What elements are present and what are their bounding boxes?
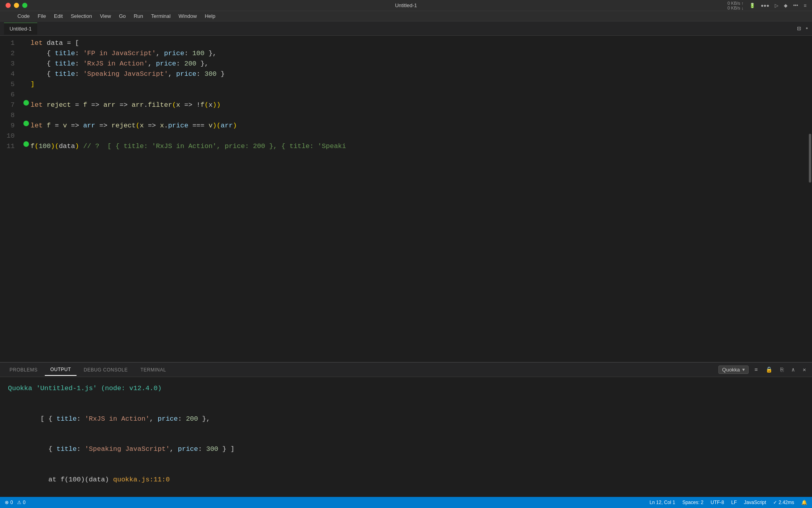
output-line-5: at f(100)(data) quokka.js:11:0 — [8, 464, 804, 495]
error-icon: ⊗ — [5, 500, 9, 505]
status-left: ⊗ 0 ⚠ 0 — [5, 500, 25, 505]
error-count: 0 — [10, 500, 13, 505]
tab-bar: Untitled-1 ⊡ ● — [0, 21, 812, 36]
code-line-2: 2 { title: 'FP in JavaScript', price: 10… — [0, 48, 812, 59]
line-num-7: 7 — [0, 100, 22, 110]
tab-untitled-1[interactable]: Untitled-1 — [4, 23, 37, 35]
language-mode[interactable]: JavaScript — [744, 500, 766, 505]
tab-output[interactable]: OUTPUT — [45, 364, 77, 376]
line-indicator-11 — [22, 141, 31, 147]
chevron-down-icon: ▼ — [742, 368, 745, 372]
quokka-dot-7 — [23, 100, 29, 106]
quokka-dot-9 — [23, 121, 29, 126]
scrollbar-thumb[interactable] — [809, 134, 811, 183]
line-ending[interactable]: LF — [731, 500, 737, 505]
clear-output-icon[interactable]: ≡ — [753, 366, 760, 374]
split-editor-icon[interactable]: ⊡ — [797, 25, 801, 33]
window-title: Untitled-1 — [395, 2, 417, 8]
code-line-9: 9 let f = v => arr => reject(x => x.pric… — [0, 121, 812, 131]
line-content-3: { title: 'RxJS in Action', price: 200 }, — [31, 59, 812, 69]
line-num-11: 11 — [0, 141, 22, 152]
menu-edit[interactable]: Edit — [51, 12, 66, 20]
code-line-1: 1 let data = [ — [0, 38, 812, 48]
menu-run[interactable]: Run — [130, 12, 146, 20]
menu-go[interactable]: Go — [116, 12, 129, 20]
menu-file[interactable]: File — [34, 12, 49, 20]
code-line-11: 11 f(100)(data) // ? [ { title: 'RxJS in… — [0, 141, 812, 152]
line-content-4: { title: 'Speaking JavaScript', price: 3… — [31, 69, 812, 79]
timing-display: ✓ 2.42ms — [773, 500, 794, 505]
code-editor[interactable]: 1 let data = [ 2 { title: 'FP in JavaScr… — [0, 36, 812, 362]
encoding[interactable]: UTF-8 — [710, 500, 724, 505]
code-line-10: 10 — [0, 131, 812, 141]
close-panel-icon[interactable]: ✕ — [801, 365, 808, 374]
output-line-1: Quokka 'Untitled-1.js' (node: v12.4.0) — [8, 383, 804, 394]
line-content-11: f(100)(data) // ? [ { title: 'RxJS in Ac… — [31, 141, 812, 152]
minimize-button[interactable] — [14, 3, 19, 8]
line-indicator-7 — [22, 100, 31, 106]
copy-icon[interactable]: ⎘ — [778, 366, 785, 374]
code-line-4: 4 { title: 'Speaking JavaScript', price:… — [0, 69, 812, 79]
tab-debug-console[interactable]: DEBUG CONSOLE — [78, 364, 133, 376]
tab-bar-icons: ⊡ ● — [797, 25, 808, 33]
tab-group: Untitled-1 — [4, 23, 37, 35]
cast-icon: ▷ — [775, 3, 778, 8]
cursor-position[interactable]: Ln 12, Col 1 — [649, 500, 675, 505]
more-icon: ••• — [793, 3, 798, 8]
menu-terminal[interactable]: Terminal — [148, 12, 174, 20]
menu-selection[interactable]: Selection — [67, 12, 95, 20]
title-bar: Untitled-1 0 KB/s ↑0 KB/s ↓ 🔋 ●●● ▷ ◆ ••… — [0, 0, 812, 11]
notifications-icon[interactable]: 🔔 — [801, 500, 807, 505]
indentation[interactable]: Spaces: 2 — [682, 500, 703, 505]
warning-count: 0 — [23, 500, 26, 505]
menu-code[interactable]: Code — [14, 12, 33, 20]
output-source-label: Quokka — [722, 367, 740, 373]
output-line-2 — [8, 394, 804, 404]
output-link-quokka[interactable]: quokka.js:11:0 — [113, 476, 170, 483]
code-line-8: 8 — [0, 110, 812, 121]
apple-menu[interactable] — [4, 15, 10, 17]
maximize-button[interactable] — [22, 3, 27, 8]
quokka-dot-11 — [23, 141, 29, 147]
warning-icon: ⚠ — [17, 500, 21, 505]
line-num-3: 3 — [0, 59, 22, 69]
line-content-7: let reject = f => arr => arr.filter(x =>… — [31, 100, 812, 110]
line-content-1: let data = [ — [31, 38, 812, 48]
status-bar: ⊗ 0 ⚠ 0 Ln 12, Col 1 Spaces: 2 UTF-8 LF … — [0, 497, 812, 508]
battery-icon: 🔋 — [749, 3, 755, 8]
output-source-select[interactable]: Quokka ▼ — [718, 366, 748, 374]
expand-up-icon[interactable]: ∧ — [789, 365, 797, 374]
title-bar-right: 0 KB/s ↑0 KB/s ↓ 🔋 ●●● ▷ ◆ ••• ≡ — [728, 1, 806, 10]
panel-scrollbar-track[interactable] — [808, 378, 812, 497]
code-line-6: 6 — [0, 90, 812, 100]
more-tab-icon[interactable]: ● — [806, 26, 808, 31]
list-icon: ≡ — [804, 3, 806, 8]
wifi-icon: ●●● — [761, 3, 770, 8]
line-num-6: 6 — [0, 90, 22, 100]
close-button[interactable] — [6, 3, 11, 8]
line-content-5: ] — [31, 79, 812, 90]
line-num-5: 5 — [0, 79, 22, 90]
output-line-3: [ { title: 'RxJS in Action', price: 200 … — [8, 404, 804, 434]
panel-tab-bar: PROBLEMS OUTPUT DEBUG CONSOLE TERMINAL Q… — [0, 363, 812, 377]
menu-window[interactable]: Window — [175, 12, 200, 20]
menu-help[interactable]: Help — [201, 12, 218, 20]
panel-tabs-left: PROBLEMS OUTPUT DEBUG CONSOLE TERMINAL — [4, 364, 172, 376]
tab-terminal[interactable]: TERMINAL — [135, 364, 172, 376]
line-num-8: 8 — [0, 110, 22, 121]
main-area: 1 let data = [ 2 { title: 'FP in JavaScr… — [0, 36, 812, 497]
lock-icon[interactable]: 🔒 — [764, 365, 774, 374]
menu-view[interactable]: View — [97, 12, 114, 20]
menu-bar: Code File Edit Selection View Go Run Ter… — [0, 11, 812, 21]
tab-problems[interactable]: PROBLEMS — [4, 364, 43, 376]
code-lines: 1 let data = [ 2 { title: 'FP in JavaScr… — [0, 36, 812, 154]
line-content-2: { title: 'FP in JavaScript', price: 100 … — [31, 48, 812, 59]
status-errors[interactable]: ⊗ 0 ⚠ 0 — [5, 500, 25, 505]
line-num-1: 1 — [0, 38, 22, 48]
status-right: Ln 12, Col 1 Spaces: 2 UTF-8 LF JavaScri… — [649, 500, 807, 505]
line-num-10: 10 — [0, 131, 22, 141]
code-line-7: 7 let reject = f => arr => arr.filter(x … — [0, 100, 812, 110]
line-num-9: 9 — [0, 121, 22, 131]
code-line-5: 5 ] — [0, 79, 812, 90]
editor-scrollbar[interactable] — [808, 36, 812, 362]
